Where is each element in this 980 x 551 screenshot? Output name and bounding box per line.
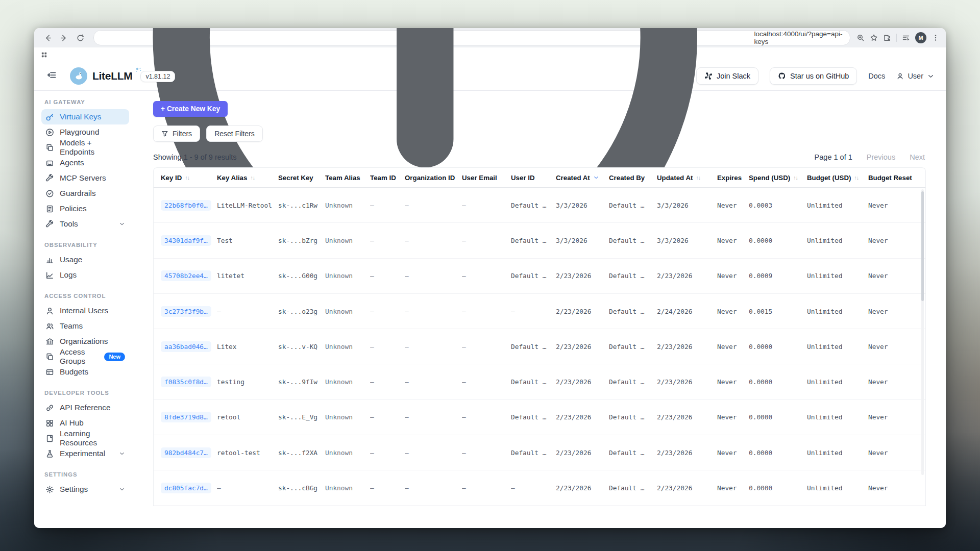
sidebar: AI GATEWAYVirtual KeysPlaygroundModels +… (34, 91, 134, 528)
key-id-link[interactable]: 3c273f3f9b… (161, 306, 211, 317)
sidebar-item-usage[interactable]: Usage (41, 252, 129, 267)
cell: 2/23/2026 (556, 343, 609, 350)
table-header-row: Key ID↑↓Key Alias↑↓Secret KeyTeam AliasT… (154, 168, 925, 188)
sidebar-item-label: Agents (60, 158, 84, 167)
sort-icon[interactable]: ↑↓ (696, 174, 700, 181)
bar-chart-icon (45, 256, 54, 264)
sidebar-item-access-groups[interactable]: Access GroupsNew (41, 349, 129, 364)
column-header-spend-usd[interactable]: Spend (USD)↑↓ (749, 174, 807, 182)
cell: Unknown (325, 413, 370, 421)
sidebar-item-playground[interactable]: Playground (41, 124, 129, 140)
column-header-budget-usd[interactable]: Budget (USD)↑↓ (807, 174, 868, 182)
cell: Test (217, 237, 278, 244)
sidebar-item-logs[interactable]: Logs (41, 267, 129, 283)
cell: Unlimited (807, 308, 868, 315)
sort-icon[interactable]: ↑↓ (185, 174, 189, 181)
join-slack-button[interactable]: Join Slack (696, 67, 758, 85)
forward-button[interactable] (57, 31, 71, 45)
toolbar-right: M (856, 32, 940, 43)
extensions-icon[interactable] (883, 34, 891, 42)
sidebar-item-learning-resources[interactable]: Learning Resources (41, 431, 129, 446)
key-id-link[interactable]: 22b68fb0f0… (161, 200, 211, 211)
next-page-button[interactable]: Next (910, 153, 925, 161)
key-id-link[interactable]: 8fde3719d8… (161, 412, 211, 422)
cell: 0.0000 (749, 484, 807, 492)
create-new-key-button[interactable]: + Create New Key (153, 101, 228, 117)
key-id-link[interactable]: aa36bad046… (161, 341, 211, 352)
column-header-budget-reset: Budget Reset (868, 174, 916, 182)
column-header-key-alias[interactable]: Key Alias↑↓ (217, 174, 278, 182)
users-icon (45, 322, 54, 331)
sidebar-item-api-reference[interactable]: API Reference (41, 400, 129, 415)
cell: 3/3/2026 (556, 202, 609, 209)
sidebar-item-settings[interactable]: Settings (41, 482, 129, 497)
sidebar-item-guardrails[interactable]: Guardrails (41, 186, 129, 201)
cell: Default … (609, 413, 657, 421)
book-icon (45, 434, 54, 443)
reset-filters-button[interactable]: Reset Filters (206, 126, 263, 142)
sort-icon[interactable]: ↑↓ (854, 174, 859, 181)
sort-desc-icon[interactable] (593, 174, 599, 181)
star-github-button[interactable]: Star us on GitHub (770, 67, 857, 85)
column-header-key-id[interactable]: Key ID↑↓ (161, 174, 217, 182)
sidebar-collapse-icon[interactable] (46, 70, 57, 82)
key-id-link[interactable]: f0835c0f8d… (161, 377, 211, 387)
tab-search-icon[interactable] (902, 34, 910, 42)
sidebar-item-models-endpoints[interactable]: Models + Endpoints (41, 140, 129, 155)
column-header-created-at[interactable]: Created At (556, 174, 609, 182)
page-indicator: Page 1 of 1 (815, 153, 852, 161)
url-bar[interactable]: localhost:4000/ui/?page=api-keys (93, 30, 850, 45)
key-id-link[interactable]: 982bd484c7… (161, 447, 211, 458)
sidebar-item-policies[interactable]: Policies (41, 201, 129, 216)
desktop-background: localhost:4000/ui/?page=api-keys M (0, 0, 980, 551)
cell: – (370, 343, 405, 350)
menu-kebab-icon[interactable] (932, 34, 940, 42)
cell: 2/23/2026 (657, 272, 717, 280)
zoom-icon[interactable] (856, 34, 865, 42)
cell: Default … (511, 413, 556, 421)
sidebar-item-ai-hub[interactable]: AI Hub (41, 415, 129, 431)
cell: Unknown (325, 378, 370, 386)
cell: Unknown (325, 237, 370, 244)
filters-button[interactable]: Filters (153, 126, 200, 142)
filter-row: Filters Reset Filters (153, 126, 946, 142)
profile-avatar[interactable]: M (915, 32, 926, 43)
sidebar-item-teams[interactable]: Teams (41, 318, 129, 334)
sidebar-item-budgets[interactable]: Budgets (41, 364, 129, 380)
column-header-expires: Expires (717, 174, 749, 182)
sidebar-item-internal-users[interactable]: Internal Users (41, 303, 129, 318)
key-id-link[interactable]: 45708b2ee4… (161, 270, 211, 281)
cell: Unlimited (807, 449, 868, 457)
cell: Never (717, 343, 749, 350)
sidebar-item-virtual-keys[interactable]: Virtual Keys (41, 109, 129, 124)
sidebar-item-mcp-servers[interactable]: MCP Servers (41, 170, 129, 186)
table-scrollbar[interactable] (921, 191, 924, 301)
sidebar-item-label: AI Hub (60, 418, 84, 428)
reload-button[interactable] (73, 31, 87, 45)
cell: f0835c0f8d… (161, 377, 217, 387)
back-button[interactable] (40, 31, 55, 45)
docs-link[interactable]: Docs (868, 72, 885, 80)
previous-page-button[interactable]: Previous (867, 153, 895, 161)
apps-grid-icon[interactable] (40, 51, 48, 59)
sparkle-icon (135, 67, 142, 76)
brand-name: LiteLLM (92, 70, 132, 82)
bookmark-star-icon[interactable] (870, 34, 878, 42)
results-count: Showing 1 - 9 of 9 results (153, 153, 237, 161)
sort-icon[interactable]: ↑↓ (793, 174, 798, 181)
sidebar-item-tools[interactable]: Tools (41, 216, 129, 232)
column-label: Spend (USD) (749, 174, 790, 182)
key-id-link[interactable]: dc805fac7d… (161, 483, 211, 493)
sidebar-item-label: Experimental (60, 449, 105, 458)
user-menu[interactable]: User (896, 72, 935, 80)
column-label: Expires (717, 174, 742, 182)
cell: sk-...G00g (278, 272, 325, 280)
key-id-link[interactable]: 34301daf9f… (161, 235, 211, 246)
sidebar-item-experimental[interactable]: Experimental (41, 446, 129, 461)
sidebar-item-organizations[interactable]: Organizations (41, 334, 129, 349)
sort-icon[interactable]: ↑↓ (250, 174, 255, 181)
sidebar-item-agents[interactable]: Agents (41, 155, 129, 170)
cell: – (370, 449, 405, 457)
robot-icon (45, 159, 54, 167)
column-header-updated-at[interactable]: Updated At↑↓ (657, 174, 717, 182)
